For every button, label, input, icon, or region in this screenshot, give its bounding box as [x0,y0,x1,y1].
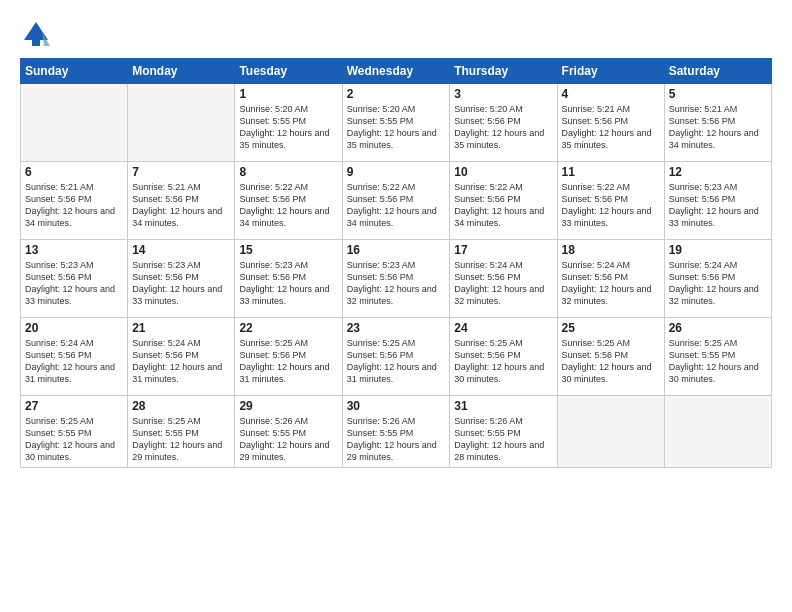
day-info: Sunrise: 5:26 AM Sunset: 5:55 PM Dayligh… [239,415,337,464]
calendar-cell: 31Sunrise: 5:26 AM Sunset: 5:55 PM Dayli… [450,396,557,468]
day-info: Sunrise: 5:23 AM Sunset: 5:56 PM Dayligh… [347,259,446,308]
page-header [20,18,772,50]
day-number: 25 [562,321,660,335]
weekday-header-sunday: Sunday [21,59,128,84]
calendar-cell: 11Sunrise: 5:22 AM Sunset: 5:56 PM Dayli… [557,162,664,240]
day-info: Sunrise: 5:25 AM Sunset: 5:56 PM Dayligh… [562,337,660,386]
calendar-cell: 9Sunrise: 5:22 AM Sunset: 5:56 PM Daylig… [342,162,450,240]
calendar-cell [21,84,128,162]
day-number: 15 [239,243,337,257]
day-number: 11 [562,165,660,179]
day-info: Sunrise: 5:22 AM Sunset: 5:56 PM Dayligh… [347,181,446,230]
week-row-1: 1Sunrise: 5:20 AM Sunset: 5:55 PM Daylig… [21,84,772,162]
day-info: Sunrise: 5:20 AM Sunset: 5:55 PM Dayligh… [347,103,446,152]
logo [20,18,56,50]
day-info: Sunrise: 5:25 AM Sunset: 5:55 PM Dayligh… [669,337,767,386]
calendar-cell: 28Sunrise: 5:25 AM Sunset: 5:55 PM Dayli… [128,396,235,468]
day-number: 4 [562,87,660,101]
week-row-5: 27Sunrise: 5:25 AM Sunset: 5:55 PM Dayli… [21,396,772,468]
day-info: Sunrise: 5:22 AM Sunset: 5:56 PM Dayligh… [562,181,660,230]
day-number: 5 [669,87,767,101]
calendar-cell: 6Sunrise: 5:21 AM Sunset: 5:56 PM Daylig… [21,162,128,240]
weekday-header-friday: Friday [557,59,664,84]
day-info: Sunrise: 5:24 AM Sunset: 5:56 PM Dayligh… [25,337,123,386]
calendar-cell [557,396,664,468]
calendar-cell: 26Sunrise: 5:25 AM Sunset: 5:55 PM Dayli… [664,318,771,396]
day-number: 2 [347,87,446,101]
day-info: Sunrise: 5:22 AM Sunset: 5:56 PM Dayligh… [454,181,552,230]
day-info: Sunrise: 5:26 AM Sunset: 5:55 PM Dayligh… [347,415,446,464]
day-info: Sunrise: 5:26 AM Sunset: 5:55 PM Dayligh… [454,415,552,464]
day-number: 24 [454,321,552,335]
day-info: Sunrise: 5:25 AM Sunset: 5:56 PM Dayligh… [347,337,446,386]
calendar-cell: 4Sunrise: 5:21 AM Sunset: 5:56 PM Daylig… [557,84,664,162]
calendar-cell: 23Sunrise: 5:25 AM Sunset: 5:56 PM Dayli… [342,318,450,396]
day-info: Sunrise: 5:21 AM Sunset: 5:56 PM Dayligh… [132,181,230,230]
day-info: Sunrise: 5:20 AM Sunset: 5:55 PM Dayligh… [239,103,337,152]
calendar-cell: 17Sunrise: 5:24 AM Sunset: 5:56 PM Dayli… [450,240,557,318]
calendar-cell [664,396,771,468]
day-info: Sunrise: 5:23 AM Sunset: 5:56 PM Dayligh… [132,259,230,308]
day-number: 8 [239,165,337,179]
day-number: 22 [239,321,337,335]
weekday-header-wednesday: Wednesday [342,59,450,84]
day-number: 7 [132,165,230,179]
calendar-cell: 24Sunrise: 5:25 AM Sunset: 5:56 PM Dayli… [450,318,557,396]
calendar-cell: 22Sunrise: 5:25 AM Sunset: 5:56 PM Dayli… [235,318,342,396]
weekday-header-thursday: Thursday [450,59,557,84]
calendar-table: SundayMondayTuesdayWednesdayThursdayFrid… [20,58,772,468]
day-number: 14 [132,243,230,257]
calendar-cell: 19Sunrise: 5:24 AM Sunset: 5:56 PM Dayli… [664,240,771,318]
day-info: Sunrise: 5:25 AM Sunset: 5:55 PM Dayligh… [132,415,230,464]
calendar-cell: 20Sunrise: 5:24 AM Sunset: 5:56 PM Dayli… [21,318,128,396]
calendar-cell: 29Sunrise: 5:26 AM Sunset: 5:55 PM Dayli… [235,396,342,468]
day-number: 26 [669,321,767,335]
day-info: Sunrise: 5:21 AM Sunset: 5:56 PM Dayligh… [25,181,123,230]
calendar-cell: 21Sunrise: 5:24 AM Sunset: 5:56 PM Dayli… [128,318,235,396]
day-info: Sunrise: 5:24 AM Sunset: 5:56 PM Dayligh… [132,337,230,386]
day-number: 12 [669,165,767,179]
weekday-header-saturday: Saturday [664,59,771,84]
day-info: Sunrise: 5:21 AM Sunset: 5:56 PM Dayligh… [669,103,767,152]
logo-icon [20,18,52,50]
day-number: 27 [25,399,123,413]
day-number: 21 [132,321,230,335]
calendar-cell: 8Sunrise: 5:22 AM Sunset: 5:56 PM Daylig… [235,162,342,240]
calendar-cell: 30Sunrise: 5:26 AM Sunset: 5:55 PM Dayli… [342,396,450,468]
calendar-cell: 15Sunrise: 5:23 AM Sunset: 5:56 PM Dayli… [235,240,342,318]
calendar-cell [128,84,235,162]
week-row-4: 20Sunrise: 5:24 AM Sunset: 5:56 PM Dayli… [21,318,772,396]
calendar-cell: 16Sunrise: 5:23 AM Sunset: 5:56 PM Dayli… [342,240,450,318]
day-info: Sunrise: 5:22 AM Sunset: 5:56 PM Dayligh… [239,181,337,230]
day-info: Sunrise: 5:25 AM Sunset: 5:56 PM Dayligh… [454,337,552,386]
day-number: 16 [347,243,446,257]
calendar-cell: 5Sunrise: 5:21 AM Sunset: 5:56 PM Daylig… [664,84,771,162]
day-info: Sunrise: 5:21 AM Sunset: 5:56 PM Dayligh… [562,103,660,152]
day-info: Sunrise: 5:24 AM Sunset: 5:56 PM Dayligh… [454,259,552,308]
day-number: 29 [239,399,337,413]
weekday-header-row: SundayMondayTuesdayWednesdayThursdayFrid… [21,59,772,84]
day-info: Sunrise: 5:25 AM Sunset: 5:55 PM Dayligh… [25,415,123,464]
day-number: 10 [454,165,552,179]
day-number: 17 [454,243,552,257]
weekday-header-monday: Monday [128,59,235,84]
week-row-2: 6Sunrise: 5:21 AM Sunset: 5:56 PM Daylig… [21,162,772,240]
calendar-cell: 12Sunrise: 5:23 AM Sunset: 5:56 PM Dayli… [664,162,771,240]
day-info: Sunrise: 5:23 AM Sunset: 5:56 PM Dayligh… [25,259,123,308]
day-number: 13 [25,243,123,257]
calendar-cell: 27Sunrise: 5:25 AM Sunset: 5:55 PM Dayli… [21,396,128,468]
day-number: 6 [25,165,123,179]
day-number: 20 [25,321,123,335]
day-info: Sunrise: 5:23 AM Sunset: 5:56 PM Dayligh… [669,181,767,230]
day-info: Sunrise: 5:25 AM Sunset: 5:56 PM Dayligh… [239,337,337,386]
day-number: 28 [132,399,230,413]
calendar-cell: 25Sunrise: 5:25 AM Sunset: 5:56 PM Dayli… [557,318,664,396]
day-info: Sunrise: 5:20 AM Sunset: 5:56 PM Dayligh… [454,103,552,152]
day-number: 31 [454,399,552,413]
calendar-cell: 10Sunrise: 5:22 AM Sunset: 5:56 PM Dayli… [450,162,557,240]
day-number: 9 [347,165,446,179]
day-number: 1 [239,87,337,101]
weekday-header-tuesday: Tuesday [235,59,342,84]
calendar-cell: 18Sunrise: 5:24 AM Sunset: 5:56 PM Dayli… [557,240,664,318]
week-row-3: 13Sunrise: 5:23 AM Sunset: 5:56 PM Dayli… [21,240,772,318]
